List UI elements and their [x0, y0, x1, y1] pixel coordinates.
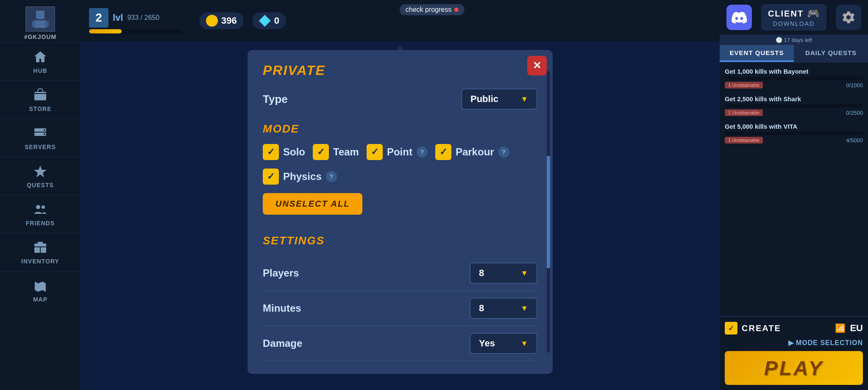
quest-name: Get 2,500 kills with Shark	[725, 95, 863, 102]
level-number: 2	[89, 8, 108, 28]
svg-rect-13	[38, 242, 43, 244]
settings-button[interactable]	[836, 5, 861, 30]
gems-value: 0	[274, 15, 279, 26]
modal-close-button[interactable]: ✕	[527, 56, 547, 75]
quest-meta: 1 Unobtainable 4/5000	[725, 137, 863, 144]
type-value: Public	[470, 94, 498, 105]
main-content: ✕ PRIVATE Type Public ▼ MODE ✓ Solo	[81, 41, 720, 390]
days-left-label: 17 days left	[784, 37, 812, 43]
minutes-dropdown-arrow: ▼	[520, 304, 528, 313]
tab-event-quests[interactable]: EVENT QUESTS	[720, 45, 794, 62]
type-dropdown[interactable]: Public ▼	[461, 89, 537, 110]
mode-grid: ✓ Solo ✓ Team ✓ Point ? ✓ Parkour	[263, 144, 537, 160]
play-button[interactable]: PLAY	[725, 351, 863, 385]
team-checkbox[interactable]: ✓	[313, 144, 329, 160]
scrollbar-thumb[interactable]	[547, 156, 550, 268]
quest-item: Get 5,000 kills with VITA 1 Unobtainable…	[725, 123, 863, 144]
download-label: DOWNLOAD	[773, 20, 815, 27]
damage-setting-row: Damage Yes ▼	[263, 326, 537, 361]
quest-progress-bar	[725, 104, 863, 108]
mode-item-physics[interactable]: ✓ Physics ?	[263, 169, 337, 185]
type-row: Type Public ▼	[263, 89, 537, 110]
tab-daily-quests[interactable]: DAILY QUESTS	[794, 45, 868, 62]
physics-help-icon[interactable]: ?	[326, 171, 337, 182]
quest-progress-bar	[725, 77, 863, 80]
avatar-area: #GKJOUM	[11, 4, 70, 42]
check-progress-btn[interactable]: check progress	[400, 4, 465, 15]
currency-area: 396 0	[199, 12, 286, 29]
svg-point-7	[44, 129, 45, 131]
mode-selection-button[interactable]: ▶ MODE SELECTION	[788, 339, 863, 347]
players-setting-row: Players 8 ▼	[263, 256, 537, 291]
physics-checkbox[interactable]: ✓	[263, 169, 279, 185]
type-label: Type	[263, 93, 288, 106]
minutes-dropdown[interactable]: 8 ▼	[470, 298, 537, 319]
quest-badge: 1 Unobtainable	[725, 137, 763, 144]
client-download-button[interactable]: CLIENT 🎮 DOWNLOAD	[761, 4, 826, 30]
sidebar-item-map[interactable]: MAP	[0, 271, 81, 309]
quest-list: Get 1,000 kills with Bayonet 1 Unobtaina…	[720, 63, 868, 316]
players-value: 8	[479, 268, 484, 279]
minutes-setting-row: Minutes 8 ▼	[263, 291, 537, 326]
mode-item-parkour[interactable]: ✓ Parkour ?	[435, 144, 509, 160]
coins-value: 396	[221, 15, 237, 26]
point-label: Point	[387, 146, 412, 158]
create-row: ✓ CREATE	[725, 322, 781, 335]
sidebar-hub-label: HUB	[33, 67, 47, 74]
server-region: EU	[850, 323, 863, 334]
signal-icon: 📶	[835, 323, 846, 333]
quest-count: 4/5000	[846, 137, 863, 144]
mode-grid-row2: ✓ Physics ?	[263, 169, 537, 185]
bottom-right: ✓ CREATE 📶 EU ▶ MODE SELECTION PLAY	[720, 316, 868, 390]
check-progress-label: check progress	[406, 6, 452, 14]
gamepad-icon: 🎮	[807, 8, 820, 19]
damage-dropdown[interactable]: Yes ▼	[470, 333, 537, 354]
sidebar-item-inventory[interactable]: INVENTORY	[0, 233, 81, 271]
players-dropdown[interactable]: 8 ▼	[470, 263, 537, 284]
svg-point-11	[42, 205, 45, 209]
mode-item-point[interactable]: ✓ Point ?	[367, 144, 428, 160]
quest-tabs: EVENT QUESTS DAILY QUESTS	[720, 45, 868, 63]
sidebar-item-hub[interactable]: HUB	[0, 42, 81, 80]
modal-overlay: ✕ PRIVATE Type Public ▼ MODE ✓ Solo	[81, 41, 720, 390]
scrollbar-track[interactable]	[547, 71, 550, 353]
sidebar-item-friends[interactable]: FRIENDS	[0, 195, 81, 233]
players-dropdown-arrow: ▼	[520, 269, 528, 278]
dropdown-arrow-icon: ▼	[520, 95, 528, 104]
damage-dropdown-arrow: ▼	[520, 339, 528, 348]
quest-count: 0/2500	[846, 110, 863, 116]
quest-item: Get 2,500 kills with Shark 1 Unobtainabl…	[725, 95, 863, 116]
sidebar-item-store[interactable]: STORE	[0, 80, 81, 119]
unselect-all-button[interactable]: UNSELECT ALL	[263, 193, 362, 215]
settings-section: SETTINGS Players 8 ▼ Minutes 8 ▼	[263, 234, 537, 361]
point-checkbox[interactable]: ✓	[367, 144, 383, 160]
sidebar-servers-label: SERVERS	[25, 144, 56, 150]
level-xp: 933 / 2650	[127, 14, 159, 22]
quest-count: 0/1000	[846, 82, 863, 89]
mode-item-team[interactable]: ✓ Team	[313, 144, 359, 160]
xp-fill	[89, 29, 122, 33]
progress-alert-dot	[454, 8, 458, 12]
svg-point-10	[36, 205, 40, 209]
discord-button[interactable]	[726, 5, 752, 30]
sidebar-item-servers[interactable]: SERVERS	[0, 119, 81, 157]
sidebar: #GKJOUM HUB STORE SERVERS QUESTS	[0, 0, 81, 390]
private-modal: ✕ PRIVATE Type Public ▼ MODE ✓ Solo	[248, 50, 553, 374]
parkour-checkbox[interactable]: ✓	[435, 144, 451, 160]
solo-label: Solo	[283, 146, 305, 158]
quest-name: Get 1,000 kills with Bayonet	[725, 68, 863, 75]
solo-checkbox[interactable]: ✓	[263, 144, 279, 160]
topbar: check progress 2 lvl 933 / 2650 396 0	[81, 0, 783, 41]
svg-rect-2	[32, 21, 35, 27]
parkour-help-icon[interactable]: ?	[498, 147, 509, 158]
quest-meta: 1 Unobtainable 0/2500	[725, 109, 863, 116]
point-help-icon[interactable]: ?	[417, 147, 428, 158]
damage-value: Yes	[479, 338, 495, 349]
svg-rect-0	[36, 11, 45, 19]
svg-rect-1	[34, 20, 47, 28]
svg-rect-3	[45, 21, 49, 27]
settings-section-title: SETTINGS	[263, 234, 537, 247]
sidebar-item-quests[interactable]: QUESTS	[0, 157, 81, 195]
create-checkbox[interactable]: ✓	[725, 322, 737, 335]
mode-item-solo[interactable]: ✓ Solo	[263, 144, 305, 160]
